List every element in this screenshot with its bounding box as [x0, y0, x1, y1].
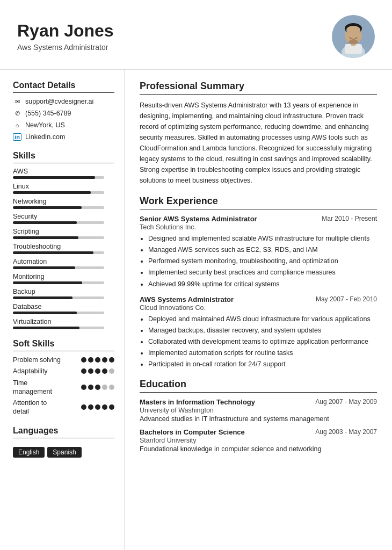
- skill-bar-fill: [13, 236, 78, 239]
- job-bullet: Participated in on-call rotation for 24/…: [148, 359, 377, 369]
- skill-item: Database: [13, 303, 114, 314]
- svg-point-6: [346, 26, 360, 34]
- skill-name: Database: [13, 303, 114, 310]
- job-header: AWS Systems Administrator May 2007 - Feb…: [140, 295, 377, 303]
- skill-bar-fill: [13, 221, 77, 224]
- soft-skill-name: Adaptability: [13, 367, 61, 375]
- soft-skill-name: Time management: [13, 379, 61, 396]
- skill-name: Security: [13, 213, 114, 220]
- sidebar: Contact Details ✉ support@cvdesigner.ai …: [0, 70, 125, 550]
- dot-row: [81, 404, 114, 410]
- dot-filled: [102, 404, 107, 410]
- dot-filled: [102, 368, 107, 374]
- edu-school: Stanford University: [140, 437, 377, 444]
- edu-degree: Masters in Information Technology: [140, 398, 255, 406]
- job-company: Cloud Innovations Co.: [140, 304, 377, 312]
- skill-bar-bg: [13, 296, 104, 299]
- education-item: Bachelors in Computer Science Aug 2003 -…: [140, 428, 377, 453]
- skill-bar-bg: [13, 191, 104, 194]
- contact-item: in LinkedIn.com: [13, 133, 114, 141]
- job-header: Senior AWS Systems Administrator Mar 201…: [140, 215, 377, 223]
- main-content: Professional Summary Results-driven AWS …: [125, 70, 392, 469]
- skill-item: Virtualization: [13, 318, 114, 329]
- education-section-title: Education: [140, 379, 377, 393]
- soft-skills-list: Problem solving Adaptability Time manage…: [13, 356, 114, 416]
- dot-filled: [81, 404, 86, 410]
- skill-item: Linux: [13, 183, 114, 194]
- contact-item: ⌂ NewYork, US: [13, 121, 114, 129]
- skill-bar-bg: [13, 266, 104, 269]
- dot-row: [81, 385, 114, 390]
- skill-bar-bg: [13, 251, 104, 254]
- job-bullets: Designed and implemented scalable AWS in…: [140, 234, 377, 289]
- avatar: [332, 15, 375, 58]
- svg-point-7: [349, 40, 358, 44]
- skill-name: Automation: [13, 258, 114, 265]
- avatar-image: [332, 15, 375, 58]
- skill-bar-fill: [13, 176, 95, 179]
- skill-item: Monitoring: [13, 273, 114, 284]
- contact-item: ✉ support@cvdesigner.ai: [13, 97, 114, 106]
- language-tag: English: [13, 447, 45, 458]
- job-bullet: Performed system monitoring, troubleshoo…: [148, 256, 377, 266]
- soft-skill-item: Attention to detail: [13, 399, 114, 416]
- dot-filled: [102, 357, 107, 363]
- soft-skill-name: Problem solving: [13, 356, 61, 364]
- skill-bar-fill: [13, 296, 72, 299]
- dot-filled: [88, 357, 93, 363]
- job-bullet: Implemented security best practices and …: [148, 267, 377, 277]
- job-dates: Mar 2010 - Present: [322, 215, 377, 222]
- skill-bar-fill: [13, 281, 82, 284]
- edu-dates: Aug 2007 - May 2009: [315, 398, 377, 406]
- skill-item: AWS: [13, 168, 114, 179]
- contact-icon-phone: ✆: [13, 109, 21, 118]
- dot-row: [81, 368, 114, 374]
- edu-header: Bachelors in Computer Science Aug 2003 -…: [140, 428, 377, 436]
- skill-name: Virtualization: [13, 318, 114, 325]
- summary-section-title: Professional Summary: [140, 81, 377, 95]
- candidate-title: Aws Systems Administrator: [17, 43, 114, 52]
- job-bullet: Implemented automation scripts for routi…: [148, 348, 377, 358]
- dot-filled: [109, 404, 114, 410]
- skill-bar-fill: [13, 327, 79, 329]
- edu-header: Masters in Information Technology Aug 20…: [140, 398, 377, 406]
- job-bullet: Managed backups, disaster recovery, and …: [148, 325, 377, 335]
- soft-skills-section-title: Soft Skills: [13, 339, 114, 351]
- dot-filled: [88, 385, 93, 390]
- summary-text: Results-driven AWS Systems Administrator…: [140, 100, 377, 186]
- job-bullets: Deployed and maintained AWS cloud infras…: [140, 314, 377, 370]
- dot-filled: [95, 385, 100, 390]
- job-company: Tech Solutions Inc.: [140, 223, 377, 231]
- soft-skill-name: Attention to detail: [13, 399, 61, 416]
- skill-bar-fill: [13, 266, 75, 269]
- contact-icon-location: ⌂: [13, 121, 21, 129]
- skill-item: Automation: [13, 258, 114, 269]
- job-bullet: Achieved 99.99% uptime for critical syst…: [148, 279, 377, 289]
- skill-bar-bg: [13, 221, 104, 224]
- dot-filled: [81, 385, 86, 390]
- language-tag: Spanish: [47, 447, 81, 458]
- dot-empty: [102, 385, 107, 390]
- header-text: Ryan Jones Aws Systems Administrator: [17, 21, 114, 51]
- dot-filled: [88, 404, 93, 410]
- skill-name: Linux: [13, 183, 114, 190]
- contact-item: ✆ (555) 345-6789: [13, 109, 114, 118]
- dot-filled: [88, 368, 93, 374]
- soft-skill-item: Time management: [13, 379, 114, 396]
- dot-filled: [109, 357, 114, 363]
- skill-bar-fill: [13, 251, 93, 254]
- skill-bar-fill: [13, 206, 82, 209]
- skill-bar-bg: [13, 206, 104, 209]
- job-item: Senior AWS Systems Administrator Mar 201…: [140, 215, 377, 289]
- dot-filled: [81, 368, 86, 374]
- skill-name: AWS: [13, 168, 114, 175]
- contact-section-title: Contact Details: [13, 81, 114, 93]
- edu-desc: Foundational knowledge in computer scien…: [140, 445, 377, 453]
- skill-name: Monitoring: [13, 273, 114, 280]
- contact-icon-email: ✉: [13, 97, 21, 106]
- jobs-list: Senior AWS Systems Administrator Mar 201…: [140, 215, 377, 369]
- job-bullet: Managed AWS services such as EC2, S3, RD…: [148, 245, 377, 255]
- education-list: Masters in Information Technology Aug 20…: [140, 398, 377, 453]
- languages-section-title: Languages: [13, 426, 114, 438]
- job-title: Senior AWS Systems Administrator: [140, 215, 257, 223]
